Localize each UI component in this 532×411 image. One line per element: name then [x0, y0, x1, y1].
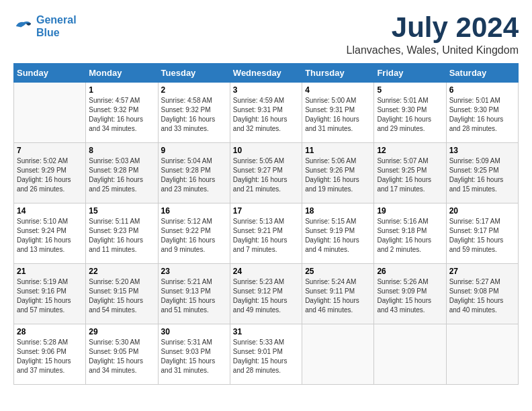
day-number: 1: [89, 85, 154, 95]
calendar-cell: 4Sunrise: 5:00 AM Sunset: 9:31 PM Daylig…: [302, 83, 374, 143]
calendar-cell: 7Sunrise: 5:02 AM Sunset: 9:29 PM Daylig…: [14, 143, 86, 203]
month-year-title: July 2024: [347, 13, 519, 42]
day-number: 7: [17, 146, 83, 155]
day-number: 10: [233, 146, 299, 155]
day-number: 2: [161, 85, 227, 95]
calendar-cell: 31Sunrise: 5:33 AM Sunset: 9:01 PM Dayli…: [230, 324, 302, 385]
calendar-cell: 17Sunrise: 5:13 AM Sunset: 9:21 PM Dayli…: [230, 203, 302, 264]
day-info: Sunrise: 5:16 AM Sunset: 9:18 PM Dayligh…: [377, 217, 443, 255]
calendar-week-1: 1Sunrise: 4:57 AM Sunset: 9:32 PM Daylig…: [14, 83, 519, 143]
day-number: 6: [449, 85, 515, 95]
calendar-cell: 13Sunrise: 5:09 AM Sunset: 9:25 PM Dayli…: [446, 143, 518, 203]
day-info: Sunrise: 4:58 AM Sunset: 9:32 PM Dayligh…: [161, 96, 227, 134]
day-number: 23: [161, 267, 227, 276]
day-number: 24: [233, 267, 299, 276]
calendar-cell: 2Sunrise: 4:58 AM Sunset: 9:32 PM Daylig…: [158, 83, 230, 143]
day-number: 27: [449, 267, 515, 276]
day-number: 19: [377, 206, 443, 216]
day-info: Sunrise: 4:57 AM Sunset: 9:32 PM Dayligh…: [89, 96, 154, 134]
logo-text: General Blue: [36, 13, 77, 39]
calendar-cell: 6Sunrise: 5:01 AM Sunset: 9:30 PM Daylig…: [446, 83, 518, 143]
calendar-body: 1Sunrise: 4:57 AM Sunset: 9:32 PM Daylig…: [14, 83, 519, 385]
day-info: Sunrise: 5:11 AM Sunset: 9:23 PM Dayligh…: [89, 217, 154, 255]
day-info: Sunrise: 5:31 AM Sunset: 9:03 PM Dayligh…: [161, 338, 227, 375]
calendar-cell: 23Sunrise: 5:21 AM Sunset: 9:13 PM Dayli…: [158, 264, 230, 324]
calendar-cell: 26Sunrise: 5:26 AM Sunset: 9:09 PM Dayli…: [374, 264, 446, 324]
day-number: 31: [233, 327, 299, 336]
logo-icon: [13, 16, 34, 36]
day-number: 25: [305, 267, 371, 276]
calendar-cell: 14Sunrise: 5:10 AM Sunset: 9:24 PM Dayli…: [14, 203, 86, 264]
day-info: Sunrise: 5:07 AM Sunset: 9:25 PM Dayligh…: [377, 156, 443, 194]
day-info: Sunrise: 5:05 AM Sunset: 9:27 PM Dayligh…: [233, 156, 299, 194]
day-info: Sunrise: 5:20 AM Sunset: 9:15 PM Dayligh…: [89, 277, 154, 315]
day-number: 11: [305, 146, 371, 155]
day-number: 14: [17, 206, 83, 216]
calendar-cell: 24Sunrise: 5:23 AM Sunset: 9:12 PM Dayli…: [230, 264, 302, 324]
day-number: 28: [17, 327, 83, 336]
calendar-header: SundayMondayTuesdayWednesdayThursdayFrid…: [14, 64, 519, 83]
calendar-cell: 22Sunrise: 5:20 AM Sunset: 9:15 PM Dayli…: [86, 264, 158, 324]
calendar-cell: [302, 324, 374, 385]
day-number: 26: [377, 267, 443, 276]
day-info: Sunrise: 5:01 AM Sunset: 9:30 PM Dayligh…: [377, 96, 443, 134]
calendar-week-4: 21Sunrise: 5:19 AM Sunset: 9:16 PM Dayli…: [14, 264, 519, 324]
calendar-cell: 25Sunrise: 5:24 AM Sunset: 9:11 PM Dayli…: [302, 264, 374, 324]
day-header-tuesday: Tuesday: [158, 64, 230, 83]
calendar-table: SundayMondayTuesdayWednesdayThursdayFrid…: [13, 63, 519, 385]
calendar-cell: 12Sunrise: 5:07 AM Sunset: 9:25 PM Dayli…: [374, 143, 446, 203]
day-info: Sunrise: 5:24 AM Sunset: 9:11 PM Dayligh…: [305, 277, 371, 315]
day-info: Sunrise: 5:30 AM Sunset: 9:05 PM Dayligh…: [89, 338, 154, 375]
calendar-week-5: 28Sunrise: 5:28 AM Sunset: 9:06 PM Dayli…: [14, 324, 519, 385]
page-header: General Blue July 2024 Llanvaches, Wales…: [13, 13, 519, 56]
day-header-friday: Friday: [374, 64, 446, 83]
day-header-thursday: Thursday: [302, 64, 374, 83]
day-header-monday: Monday: [86, 64, 158, 83]
day-info: Sunrise: 5:28 AM Sunset: 9:06 PM Dayligh…: [17, 338, 83, 375]
calendar-cell: 5Sunrise: 5:01 AM Sunset: 9:30 PM Daylig…: [374, 83, 446, 143]
day-info: Sunrise: 5:06 AM Sunset: 9:26 PM Dayligh…: [305, 156, 371, 194]
calendar-cell: 1Sunrise: 4:57 AM Sunset: 9:32 PM Daylig…: [86, 83, 158, 143]
day-number: 20: [449, 206, 515, 216]
calendar-cell: [446, 324, 518, 385]
calendar-cell: 15Sunrise: 5:11 AM Sunset: 9:23 PM Dayli…: [86, 203, 158, 264]
day-info: Sunrise: 5:27 AM Sunset: 9:08 PM Dayligh…: [449, 277, 515, 315]
calendar-cell: 3Sunrise: 4:59 AM Sunset: 9:31 PM Daylig…: [230, 83, 302, 143]
calendar-week-3: 14Sunrise: 5:10 AM Sunset: 9:24 PM Dayli…: [14, 203, 519, 264]
day-number: 5: [377, 85, 443, 95]
calendar-cell: 8Sunrise: 5:03 AM Sunset: 9:28 PM Daylig…: [86, 143, 158, 203]
day-number: 16: [161, 206, 227, 216]
day-number: 15: [89, 206, 154, 216]
day-info: Sunrise: 5:19 AM Sunset: 9:16 PM Dayligh…: [17, 277, 83, 315]
calendar-cell: 16Sunrise: 5:12 AM Sunset: 9:22 PM Dayli…: [158, 203, 230, 264]
day-info: Sunrise: 5:21 AM Sunset: 9:13 PM Dayligh…: [161, 277, 227, 315]
day-number: 3: [233, 85, 299, 95]
location-subtitle: Llanvaches, Wales, United Kingdom: [347, 44, 519, 56]
day-info: Sunrise: 5:01 AM Sunset: 9:30 PM Dayligh…: [449, 96, 515, 134]
day-info: Sunrise: 5:02 AM Sunset: 9:29 PM Dayligh…: [17, 156, 83, 194]
day-number: 30: [161, 327, 227, 336]
day-number: 4: [305, 85, 371, 95]
header-row: SundayMondayTuesdayWednesdayThursdayFrid…: [14, 64, 519, 83]
day-number: 12: [377, 146, 443, 155]
day-info: Sunrise: 5:10 AM Sunset: 9:24 PM Dayligh…: [17, 217, 83, 255]
day-info: Sunrise: 5:23 AM Sunset: 9:12 PM Dayligh…: [233, 277, 299, 315]
day-number: 22: [89, 267, 154, 276]
day-number: 13: [449, 146, 515, 155]
day-info: Sunrise: 4:59 AM Sunset: 9:31 PM Dayligh…: [233, 96, 299, 134]
day-info: Sunrise: 5:15 AM Sunset: 9:19 PM Dayligh…: [305, 217, 371, 255]
day-info: Sunrise: 5:33 AM Sunset: 9:01 PM Dayligh…: [233, 338, 299, 375]
calendar-week-2: 7Sunrise: 5:02 AM Sunset: 9:29 PM Daylig…: [14, 143, 519, 203]
calendar-cell: 29Sunrise: 5:30 AM Sunset: 9:05 PM Dayli…: [86, 324, 158, 385]
day-number: 17: [233, 206, 299, 216]
title-section: July 2024 Llanvaches, Wales, United King…: [347, 13, 519, 56]
day-info: Sunrise: 5:26 AM Sunset: 9:09 PM Dayligh…: [377, 277, 443, 315]
calendar-cell: [14, 83, 86, 143]
day-header-sunday: Sunday: [14, 64, 86, 83]
day-number: 21: [17, 267, 83, 276]
day-info: Sunrise: 5:09 AM Sunset: 9:25 PM Dayligh…: [449, 156, 515, 194]
day-header-saturday: Saturday: [446, 64, 518, 83]
day-info: Sunrise: 5:13 AM Sunset: 9:21 PM Dayligh…: [233, 217, 299, 255]
day-info: Sunrise: 5:04 AM Sunset: 9:28 PM Dayligh…: [161, 156, 227, 194]
day-info: Sunrise: 5:00 AM Sunset: 9:31 PM Dayligh…: [305, 96, 371, 134]
